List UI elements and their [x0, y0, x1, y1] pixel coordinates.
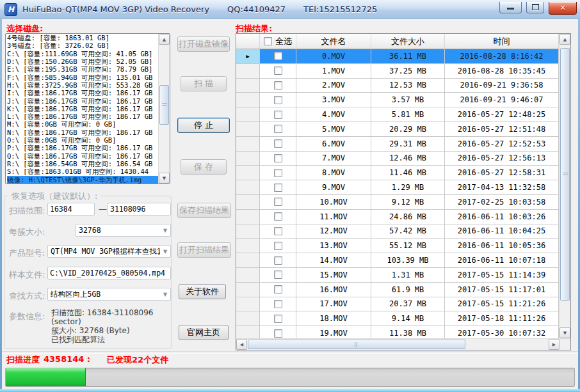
table-row[interactable]: 16.MOV 61.9 MB 2017-05-15 11:17:01 — [236, 283, 559, 297]
header-filesize[interactable]: 文件大小 — [371, 34, 445, 49]
table-row[interactable]: 12.MOV 57.42 MB 2016-06-11 10:04:25 — [236, 224, 559, 239]
disk-list-item[interactable]: 镜像: H:\QTEST\镜像\3GP-华为手机.img — [7, 176, 158, 184]
disk-list-item[interactable]: N:\ [容量:186.17GB 可用空间: 186.17 GB — [7, 129, 158, 136]
row-selector-cell[interactable] — [236, 93, 260, 107]
row-checkbox[interactable] — [274, 52, 282, 60]
disk-list-item[interactable]: 4号磁盘: [容量: 1863.01 GB] — [7, 34, 158, 42]
row-checkbox[interactable] — [274, 300, 282, 308]
row-selector-cell[interactable] — [236, 166, 260, 180]
row-checkbox[interactable] — [274, 81, 282, 90]
row-selector-cell[interactable] — [236, 180, 260, 195]
table-row[interactable]: 7.MOV 12.46 MB 2016-05-27 12:56:13 — [236, 152, 559, 166]
table-row[interactable]: 19.MOV 11.38 MB 2017-05-30 10:07:32 — [236, 326, 559, 338]
table-row[interactable]: 10.MOV 9.12 MB 2017-02-25 10:03:58 — [236, 195, 559, 210]
scan-range-from-input[interactable] — [47, 203, 95, 216]
disk-list-item[interactable]: F:\ [容量:585.94GB 可用空间: 135.01 GB — [7, 74, 158, 81]
scroll-left-icon[interactable]: ◀ — [236, 339, 247, 350]
disk-list-item[interactable]: L:\ [容量:186.17GB 可用空间: 186.17 GB — [7, 113, 158, 120]
row-checkbox[interactable] — [274, 125, 282, 133]
row-checkbox[interactable] — [274, 96, 282, 104]
scroll-up-icon[interactable]: ▲ — [159, 34, 170, 45]
table-row[interactable]: 1.MOV 37.25 MB 2016-08-28 10:35:45 — [236, 64, 559, 79]
header-time[interactable]: 时间 — [445, 34, 559, 49]
stop-button[interactable]: 停 止 — [177, 118, 230, 133]
table-hscroll-thumb[interactable] — [248, 340, 465, 349]
row-selector-cell[interactable] — [236, 122, 260, 137]
table-row[interactable]: 5.MOV 20.29 MB 2016-05-27 12:51:48 — [236, 122, 559, 137]
row-checkbox[interactable] — [274, 270, 282, 279]
table-row[interactable]: 0.MOV 36.11 MB 2016-08-28 8:16:42 — [236, 49, 559, 64]
disk-list-item[interactable]: I:\ [容量:186.17GB 可用空间: 186.17 GB — [7, 89, 158, 97]
row-checkbox[interactable] — [274, 285, 282, 294]
table-vscroll-thumb[interactable] — [560, 48, 570, 301]
select-all-checkbox[interactable] — [264, 37, 272, 45]
row-checkbox[interactable] — [274, 315, 282, 323]
table-horizontal-scrollbar[interactable]: ◀ ▶ — [236, 338, 570, 350]
product-model-select[interactable]: QT(MP4 MOV 3GP根据样本查找算 — [47, 245, 171, 258]
row-selector-cell[interactable] — [236, 107, 260, 122]
row-selector-cell[interactable] — [236, 253, 260, 268]
table-row[interactable]: 4.MOV 5.81 MB 2016-05-27 12:48:25 — [236, 107, 559, 122]
header-filename[interactable]: 文件名 — [296, 34, 371, 49]
scroll-right-icon[interactable]: ▶ — [549, 339, 560, 350]
table-row[interactable]: 3.MOV 3.57 MB 2016-09-21 9:46:07 — [236, 93, 559, 107]
table-row[interactable]: 14.MOV 103.39 MB 2016-06-11 10:07:18 — [236, 253, 559, 268]
maximize-button[interactable] — [526, 2, 544, 13]
disk-list-item[interactable]: J:\ [容量:186.17GB 可用空间: 186.17 GB — [7, 97, 158, 105]
row-checkbox[interactable] — [274, 139, 282, 148]
row-selector-cell[interactable] — [236, 224, 260, 239]
row-selector-cell[interactable] — [236, 283, 260, 297]
row-selector-cell[interactable] — [236, 137, 260, 152]
row-selector-cell[interactable] — [236, 268, 260, 283]
row-checkbox[interactable] — [274, 242, 282, 250]
disk-list-item[interactable]: E:\ [容量:195.31GB 可用空间: 78.79 GB] — [7, 65, 158, 73]
table-row[interactable]: 15.MOV 1.31 MB 2017-05-15 11:14:39 — [236, 268, 559, 283]
row-checkbox[interactable] — [274, 198, 282, 206]
row-selector-cell[interactable] — [236, 152, 260, 166]
row-checkbox[interactable] — [274, 212, 282, 221]
disk-list-item[interactable]: P:\ [容量:186.17GB 可用空间: 186.17 GB — [7, 144, 158, 152]
disk-list-item[interactable]: C:\ [容量:111.69GB 可用空间: 41.05 GB] — [7, 50, 158, 58]
table-vertical-scrollbar[interactable]: ▲ ▼ — [559, 34, 570, 338]
disk-list-scrollbar[interactable]: ▲ ▼ — [158, 34, 170, 184]
row-checkbox[interactable] — [274, 169, 282, 177]
disk-list-item[interactable]: O:\ [容量:0GB 可用空间: 0 GB] — [7, 136, 158, 144]
row-checkbox[interactable] — [274, 184, 282, 192]
disk-listbox[interactable]: 4号磁盘: [容量: 1863.01 GB] 3号磁盘: [容量: 3726.0… — [5, 33, 170, 184]
table-row[interactable]: 18.MOV 9.14 MB 2017-05-18 11:11:26 — [236, 311, 559, 326]
scroll-up-icon[interactable]: ▲ — [560, 34, 570, 45]
sample-file-input[interactable] — [47, 267, 171, 279]
table-row[interactable]: 8.MOV 11.46 MB 2016-05-27 12:58:31 — [236, 166, 559, 180]
disk-list-item[interactable]: H:\ [容量:3725.9GB 可用空间: 553.28 GB — [7, 81, 158, 89]
scroll-down-icon[interactable]: ▼ — [159, 173, 170, 184]
row-checkbox[interactable] — [274, 227, 282, 235]
row-checkbox[interactable] — [274, 111, 282, 119]
row-selector-cell[interactable] — [236, 79, 260, 93]
table-row[interactable]: 6.MOV 29.31 MB 2016-05-27 12:52:53 — [236, 137, 559, 152]
row-checkbox[interactable] — [274, 329, 282, 338]
row-checkbox[interactable] — [274, 256, 282, 265]
table-row[interactable]: 2.MOV 12.53 MB 2016-09-21 9:36:58 — [236, 79, 559, 93]
row-selector-cell[interactable] — [236, 297, 260, 312]
search-method-select[interactable]: 结构区向上5GB — [47, 288, 171, 301]
table-row[interactable]: 17.MOV 20.37 MB 2017-05-15 11:21:26 — [236, 297, 559, 312]
close-button[interactable]: ✕ — [549, 2, 577, 15]
disk-list-item[interactable]: K:\ [容量:186.17GB 可用空间: 186.17 GB — [7, 105, 158, 113]
cluster-size-select[interactable]: 32768 — [76, 224, 171, 237]
about-button[interactable]: 关于软件 — [179, 284, 226, 299]
row-selector-cell[interactable] — [236, 49, 260, 64]
row-selector-cell[interactable] — [236, 195, 260, 210]
row-checkbox[interactable] — [274, 67, 282, 75]
table-row[interactable]: 11.MOV 24.86 MB 2016-06-11 10:03:26 — [236, 210, 559, 224]
row-selector-cell[interactable] — [236, 311, 260, 326]
disk-list-item[interactable]: Q:\ [容量:186.17GB 可用空间: 186.17 GB — [7, 152, 158, 160]
table-row[interactable]: 13.MOV 55.12 MB 2016-06-11 10:05:36 — [236, 239, 559, 253]
row-checkbox[interactable] — [274, 154, 282, 162]
row-selector-cell[interactable] — [236, 326, 260, 338]
row-selector-cell[interactable] — [236, 64, 260, 79]
row-selector-cell[interactable] — [236, 239, 260, 253]
disk-list-item[interactable]: S:\ [容量:1863.01GB 可用空间: 1430.44 — [7, 168, 158, 175]
table-row[interactable]: 9.MOV 1.29 MB 2017-04-13 11:32:58 — [236, 180, 559, 195]
disk-list-item[interactable]: R:\ [容量:186.54GB 可用空间: 186.54 GB — [7, 160, 158, 168]
disk-list-item[interactable]: 3号磁盘: [容量: 3726.02 GB] — [7, 42, 158, 49]
